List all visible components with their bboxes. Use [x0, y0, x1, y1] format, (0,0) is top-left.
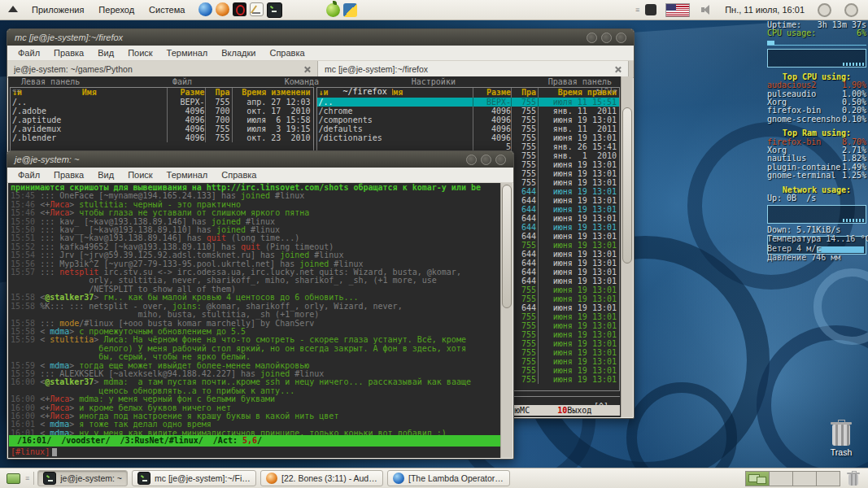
file-row[interactable]: /dictionaries4096755июня 19 13:01 [317, 133, 620, 142]
cpu-bar [767, 41, 866, 46]
menu-терминал[interactable]: Терминал [161, 47, 214, 59]
header-size[interactable]: Разме [167, 88, 205, 98]
keyboard-layout-us-flag-icon[interactable] [665, 3, 690, 17]
file-time: июня 19 13:01 [538, 223, 619, 232]
workspace-1[interactable] [746, 472, 770, 486]
show-desktop-button[interactable] [2, 470, 24, 486]
file-time: июня 19 13:01 [538, 321, 619, 330]
workspace-2[interactable] [770, 472, 793, 486]
menu-файл[interactable]: Файл [12, 47, 46, 59]
file-row[interactable]: /components4096755июня 19 13:01 [317, 115, 620, 124]
file-row[interactable]: /..ВЕРХ-755июля 11 15:51 [317, 98, 620, 107]
taskbar-button[interactable]: [The Lambda Operator - ... [387, 470, 510, 486]
mc-menu-файл[interactable]: Файл [172, 77, 192, 87]
mc-menu-команда[interactable]: Команда [285, 77, 319, 87]
menu-система[interactable]: Система [142, 2, 192, 18]
mc-menu-левая-панель[interactable]: Левая панель [21, 77, 80, 87]
close-button[interactable] [616, 33, 626, 43]
cpu-label: CPU usage: [767, 29, 816, 37]
file-row[interactable]: /.adobe4096700окт. 17 2010 [11, 107, 313, 115]
panel-clock[interactable]: Пн., 11 июля, 16:01 [718, 5, 811, 15]
fkey-выход[interactable]: 10Выход [557, 406, 591, 415]
menu-приложения[interactable]: Приложения [24, 2, 91, 18]
taskbar-button[interactable]: je@je-system: ~ [37, 470, 128, 486]
header-size[interactable]: Разме [473, 88, 511, 98]
file-row[interactable]: /..ВЕРХ-755апр. 27 12:03 [11, 98, 313, 107]
file-time: июня 19 13:01 [538, 133, 619, 142]
header-name[interactable]: ↓иИмя [11, 88, 167, 98]
eject-icon[interactable] [8, 6, 18, 12]
taskbar-button[interactable]: [22. Bones (3:11) - Auda... [260, 470, 383, 486]
web-browser-icon[interactable] [198, 2, 212, 16]
mc-scrollbar[interactable] [621, 76, 633, 417]
audacious-icon[interactable] [216, 2, 229, 16]
irssi-input-line[interactable]: [#linux] [11, 447, 57, 457]
taskbar-button[interactable]: mc [je@je-system]:~/Fir... [132, 470, 256, 486]
irc-terminal-screen[interactable]: принимаются скришоты для вывешивания на … [8, 183, 513, 458]
panel-shortcuts [325, 3, 359, 17]
volume-icon[interactable] [701, 5, 712, 15]
file-perm: 755 [511, 294, 538, 303]
workspace-4[interactable] [817, 472, 840, 486]
menu-поиск[interactable]: Поиск [122, 169, 158, 181]
menu-поиск[interactable]: Поиск [122, 47, 158, 59]
menu-вкладки[interactable]: Вкладки [216, 47, 261, 59]
file-time: янв. 1 2010 [538, 151, 619, 160]
minimize-button[interactable] [587, 33, 597, 43]
maximize-button[interactable] [481, 155, 491, 165]
menu-файл[interactable]: Файл [12, 169, 46, 181]
opera-icon[interactable] [233, 2, 246, 16]
irc-scrollbar[interactable] [500, 183, 513, 458]
workspace-3[interactable] [793, 472, 817, 486]
mc-menu-настройки[interactable]: Настройки [412, 77, 456, 87]
file-row[interactable]: /.aptitude4096700июля 6 15:58 [11, 115, 313, 124]
terminal-icon[interactable] [267, 2, 282, 18]
file-row[interactable]: /.blender4096755окт. 23 2010 [11, 133, 313, 142]
menu-вид[interactable]: Вид [92, 169, 120, 181]
tasklist-handle[interactable]: ≡ [25, 474, 28, 482]
apple-icon[interactable] [326, 3, 340, 17]
menu-правка[interactable]: Правка [48, 169, 89, 181]
file-time: апр. 27 12:03 [232, 98, 313, 107]
file-row[interactable]: /defaults4096755янв. 11 2011 [317, 124, 620, 133]
text-editor-icon[interactable] [250, 2, 264, 16]
desktop-trash-icon[interactable]: Trash [823, 420, 859, 457]
terminal-tab[interactable]: mc [je@je-system]:~/firefox [318, 61, 629, 77]
menu-терминал[interactable]: Терминал [161, 169, 214, 181]
menu-переход[interactable]: Переход [91, 2, 142, 18]
top-cpu-list: audacious21.90%pulseaudio1.00%Xorg0.50%f… [767, 81, 866, 124]
panel-corner: •[^]» [595, 87, 617, 95]
maximize-button[interactable] [601, 33, 612, 43]
user-switcher-icon[interactable] [818, 3, 831, 17]
menu-вид[interactable]: Вид [92, 47, 120, 59]
shutdown-icon[interactable] [844, 3, 858, 17]
minimize-button[interactable] [466, 155, 477, 165]
tab-close-icon[interactable] [303, 66, 311, 73]
notification-area-handle[interactable]: ≡ [635, 6, 639, 14]
header-time[interactable]: Время изменени [232, 88, 313, 98]
python-icon[interactable] [343, 3, 357, 17]
menu-справка[interactable]: Справка [216, 169, 262, 181]
tray-app-icon[interactable] [645, 4, 656, 15]
menu-правка[interactable]: Правка [48, 47, 89, 59]
irssi-statusbar: /16:01/ /voodster/ /3:RusNet/#linux/ /Ac… [9, 435, 500, 447]
file-time: янв. 11 2011 [538, 124, 619, 133]
file-time: июня 19 13:01 [538, 330, 619, 339]
weather-block: Температура 14..16 °CВетер 4 м/сДавление… [767, 234, 868, 263]
header-perm[interactable]: Пра [511, 88, 538, 98]
file-time: июня 19 13:01 [538, 196, 619, 205]
mc-window-titlebar[interactable]: mc [je@je-system]:~/firefox [7, 29, 634, 46]
tab-close-icon[interactable] [614, 66, 622, 73]
header-perm[interactable]: Пра [205, 88, 232, 98]
file-row[interactable]: /chrome4096755янв. 11 2011 [317, 107, 620, 115]
close-button[interactable] [495, 155, 506, 165]
terminal-tab[interactable]: je@je-system: ~/games/Python [7, 61, 318, 77]
taskbar-trash-icon[interactable] [847, 471, 860, 486]
mc-menu-правая-панель[interactable]: Правая панель [548, 77, 612, 87]
file-name: /.avidemux [11, 124, 167, 133]
irc-window-titlebar[interactable]: je@je-system: ~ [7, 151, 513, 168]
terminal-icon [43, 472, 56, 485]
file-row[interactable]: /.avidemux4096755июля 3 19:15 [11, 124, 313, 133]
menu-справка[interactable]: Справка [264, 47, 310, 59]
file-perm: 755 [205, 124, 232, 133]
